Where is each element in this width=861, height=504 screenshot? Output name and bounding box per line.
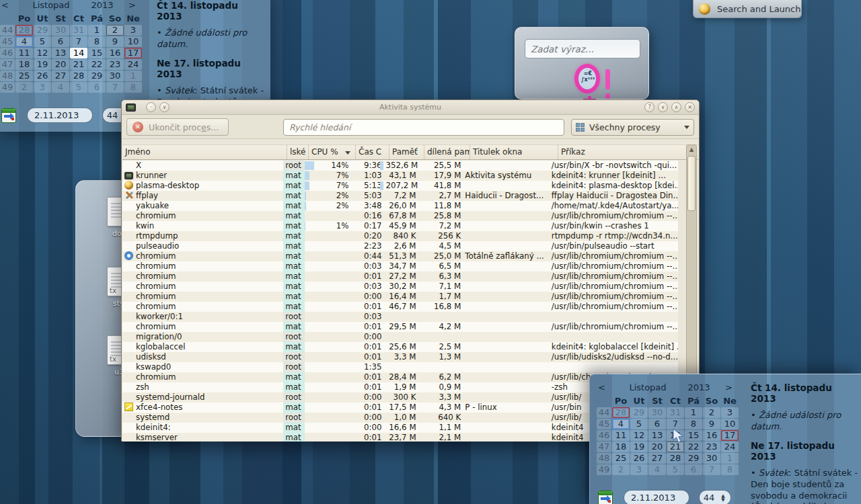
calendar-day[interactable]: 23 [106,59,124,70]
calendar-day[interactable]: 22 [685,442,702,452]
calendar-day[interactable]: 28 [70,71,87,81]
calendar-day[interactable]: 11 [612,430,630,441]
jump-to-today-icon[interactable] [598,491,613,504]
calendar-year-label[interactable]: 2013 [85,0,120,10]
process-row[interactable]: Xroot14%9:36352,6 M25,5 M/usr/bin/X -br … [122,161,678,171]
process-filter-select[interactable]: Všechny procesy [571,119,694,136]
calendar-day[interactable]: 10 [124,36,142,47]
calendar-day[interactable]: 29 [34,25,51,36]
prev-month-button[interactable]: < [598,382,614,392]
calendar-day[interactable]: 4 [648,464,666,475]
column-header-titulek-okna[interactable]: Titulek okna [470,145,558,159]
calendar-day[interactable]: 9 [106,36,124,47]
calendar-day[interactable]: 21 [667,442,684,452]
calendar-day[interactable]: 4 [52,82,69,93]
calendar-day[interactable]: 16 [703,430,720,441]
calendar-day[interactable]: 9 [703,419,720,429]
calendar-day[interactable]: 20 [648,442,666,452]
calendar-day[interactable]: 30 [648,407,666,418]
calendar-day[interactable]: 21 [70,59,87,70]
calendar-day[interactable]: 4 [612,419,630,429]
calendar-day[interactable]: 7 [70,36,87,47]
calendar-day[interactable]: 1 [88,25,106,36]
calendar-day[interactable]: 29 [685,453,702,464]
calendar-day[interactable]: 17 [124,48,142,58]
calendar-day[interactable]: 11 [15,48,33,58]
process-row[interactable]: yakuakemat2%3:4826,0 M11,8 M/home/mat/.k… [122,201,678,211]
spinner-down-icon[interactable]: ▼ [721,498,724,502]
calendar-day[interactable]: 1 [124,71,142,81]
calendar-day[interactable]: 29 [630,407,648,418]
process-row[interactable]: plasma-desktopmat7%5:13207,2 M41,8 Mkdei… [122,181,678,191]
column-header--as-c[interactable]: Čas C [355,145,389,159]
calendar-day[interactable]: 8 [124,82,142,93]
calendar-day[interactable]: 8 [721,464,739,475]
window-titlebar[interactable]: · ∨ Aktivita systému ? ∨ ∧ ✕ [122,100,699,115]
calendar-day[interactable]: 25 [15,71,33,81]
process-row[interactable]: kworker/0:1root0:03 [122,312,678,322]
process-row[interactable]: udisksdroot0:013,3 M1,3 M/usr/lib/udisks… [122,352,678,362]
calendar-day[interactable]: 12 [630,430,648,441]
scrollbar-thumb[interactable] [687,156,696,211]
column-header-p-kaz[interactable]: Příkaz [558,145,689,159]
column-header-d-len-pam[interactable]: dílená pam [424,145,470,159]
calendar-month-label[interactable]: Listopad [17,0,85,10]
column-header-jm-no[interactable]: Jméno [122,145,287,159]
calendar-day[interactable]: 5 [34,36,51,47]
calendar-day[interactable]: 5 [70,82,87,93]
calendar-day[interactable]: 24 [721,442,739,452]
process-row[interactable]: pulseaudiomat2:232,6 M4,5 M/usr/bin/puls… [122,241,678,251]
calendar-day[interactable]: 22 [88,59,106,70]
date-input[interactable]: 2.11.2013 [27,108,93,123]
calendar-day[interactable]: 2 [106,25,124,36]
column-header-cpu-[interactable]: CPU % [308,145,355,159]
calendar-day[interactable]: 26 [34,71,51,81]
search-and-launch-button[interactable]: Search and Launch [693,0,802,18]
calendar-day[interactable]: 18 [15,59,33,70]
calendar-day[interactable]: 5 [630,419,648,429]
calendar-day[interactable]: 27 [648,453,666,464]
calendar-day[interactable]: 28 [612,407,630,418]
calendar-day[interactable]: 7 [703,464,720,475]
calendar-day[interactable]: 27 [52,71,69,81]
process-row[interactable]: chromiummat0:0127,2 M6,3 M/usr/lib/chrom… [122,271,678,282]
pin-button[interactable]: · [146,102,156,112]
calendar-day[interactable]: 31 [667,407,684,418]
process-row[interactable]: krunnermat7%1:0343,1 M17,9 MAktivita sys… [122,171,678,181]
calendar-day[interactable]: 19 [34,59,51,70]
calendar-month-label[interactable]: Listopad [614,382,681,392]
calendar-day[interactable]: 6 [52,36,69,47]
calendar-day[interactable]: 7 [667,419,684,429]
process-row[interactable]: rtmpdumpmat0:20840 K256 Krtmpdump -r rtm… [122,231,678,241]
next-month-button[interactable]: > [716,382,733,392]
process-row[interactable]: migration/0root0:00 [122,332,678,342]
process-row[interactable]: chromiummat0:0129,5 M4,2 M/usr/lib/chrom… [122,322,678,332]
calendar-day[interactable]: 2 [15,82,33,93]
process-row[interactable]: chromiummat0:0334,7 M6,5 M/usr/lib/chrom… [122,261,678,271]
calendar-day[interactable]: 25 [612,453,630,464]
calendar-day[interactable]: 14 [70,48,87,58]
column-header-pam-[interactable]: Paměť [389,145,424,159]
calendar-day[interactable]: 5 [667,464,684,475]
calendar-day[interactable]: 31 [70,25,87,36]
calendar-day[interactable]: 23 [703,442,720,452]
calendar-day[interactable]: 3 [721,407,739,418]
calendar-day[interactable]: 8 [88,36,106,47]
calendar-day[interactable]: 15 [685,430,702,441]
close-button[interactable]: ✕ [685,102,695,112]
process-row[interactable]: kglobalaccelmat0:0125,6 M2,5 Mkdeinit4: … [122,342,678,352]
next-month-button[interactable]: > [120,0,136,10]
process-row[interactable]: chromiummat0:0016,4 M1,7 M/usr/lib/chrom… [122,292,678,302]
calendar-day[interactable]: 24 [124,59,142,70]
calendar-day[interactable]: 13 [648,430,666,441]
calendar-day[interactable]: 13 [52,48,69,58]
end-process-button[interactable]: ✕ Ukončit proces... [126,118,229,136]
column-header-lsk-[interactable]: lské [287,145,308,159]
calendar-day[interactable]: 17 [721,430,739,441]
calendar-day[interactable]: 28 [15,25,33,36]
calendar-day[interactable]: 3 [124,25,142,36]
process-row[interactable]: ffplaymat2%5:037,2 M2,7 MHaiducii - Drag… [122,191,678,201]
calendar-day[interactable]: 30 [52,25,69,36]
calendar-day[interactable]: 6 [685,464,702,475]
maximize-button[interactable]: ∧ [671,102,681,112]
